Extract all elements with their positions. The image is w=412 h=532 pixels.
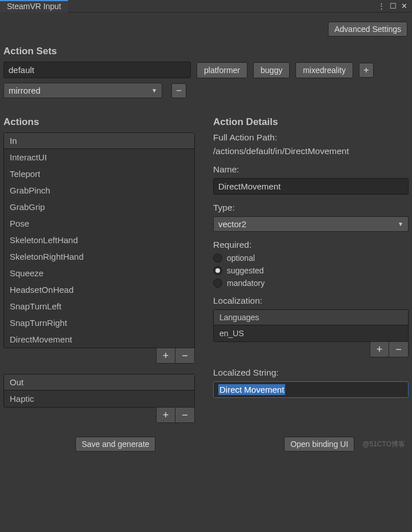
radio-icon [213, 253, 222, 263]
language-item[interactable]: en_US [214, 325, 408, 341]
remove-language-button[interactable]: − [389, 342, 408, 357]
action-list-item[interactable]: Teleport [4, 166, 194, 182]
actions-out-header: Out [4, 374, 194, 390]
action-list-item[interactable]: HeadsetOnHead [4, 281, 194, 298]
window-title: SteamVR Input [7, 2, 61, 11]
localized-string-value: Direct Movement [218, 384, 285, 395]
action-list-item[interactable]: SkeletonRightHand [4, 248, 194, 265]
actions-in-header: In [4, 133, 194, 149]
full-path-label: Full Action Path: [213, 132, 409, 143]
radio-icon [213, 266, 222, 275]
action-list-item[interactable]: SkeletonLeftHand [4, 232, 194, 248]
action-sets-heading: Action Sets [3, 46, 409, 57]
actionset-chip[interactable]: mixedreality [295, 62, 353, 78]
chevron-down-icon: ▼ [151, 87, 157, 94]
actions-in-list: In InteractUITeleportGrabPinchGrabGripPo… [3, 132, 195, 348]
action-list-item[interactable]: GrabGrip [4, 199, 194, 215]
action-list-item[interactable]: GrabPinch [4, 182, 194, 199]
type-dropdown[interactable]: vector2 ▼ [213, 216, 409, 232]
radio-label: optional [227, 253, 255, 263]
action-list-item[interactable]: InteractUI [4, 149, 194, 166]
action-list-item[interactable]: DirectMovement [4, 331, 194, 348]
chevron-down-icon: ▼ [398, 221, 403, 227]
required-radio-mandatory[interactable]: mandatory [213, 279, 409, 288]
add-language-button[interactable]: + [370, 342, 389, 357]
action-list-item[interactable]: Pose [4, 215, 194, 232]
save-generate-button[interactable]: Save and generate [75, 437, 155, 452]
type-label: Type: [213, 203, 409, 213]
actionset-chip[interactable]: buggy [253, 62, 290, 78]
window-tab[interactable]: SteamVR Input [0, 0, 68, 13]
remove-actionset-button[interactable]: − [171, 83, 186, 98]
action-list-item[interactable]: SnapTurnRight [4, 315, 194, 331]
actions-heading: Actions [3, 116, 195, 128]
localized-string-input[interactable]: Direct Movement [213, 381, 409, 398]
localized-string-label: Localized String: [213, 368, 409, 378]
name-input[interactable]: DirectMovement [213, 178, 409, 195]
action-list-item[interactable]: SnapTurnLeft [4, 298, 194, 315]
localization-header: Languages [214, 310, 408, 325]
type-value: vector2 [218, 219, 246, 229]
required-label: Required: [213, 240, 409, 250]
action-list-item[interactable]: Haptic [4, 390, 194, 407]
name-label: Name: [213, 164, 409, 175]
localization-label: Localization: [213, 296, 409, 306]
radio-label: suggested [227, 266, 264, 275]
add-in-action-button[interactable]: + [157, 348, 175, 363]
remove-out-action-button[interactable]: − [175, 408, 194, 422]
close-icon[interactable]: ✕ [401, 2, 407, 10]
actionset-current-field[interactable]: default [3, 62, 191, 78]
localization-list: Languages en_US [213, 309, 409, 342]
actions-out-list: Out Haptic [3, 374, 195, 408]
open-binding-button[interactable]: Open binding UI [284, 437, 354, 452]
menu-icon[interactable]: ⋮ [378, 2, 385, 10]
full-path-value: /actions/default/in/DirectMovement [213, 146, 409, 156]
radio-icon [213, 279, 222, 288]
action-list-item[interactable]: Squeeze [4, 265, 194, 281]
mirror-mode-value: mirrored [9, 86, 41, 95]
advanced-settings-button[interactable]: Advanced Settings [328, 22, 407, 37]
actionset-chip[interactable]: platformer [197, 62, 247, 78]
add-actionset-button[interactable]: + [359, 63, 374, 78]
maximize-icon[interactable]: ☐ [390, 2, 397, 10]
add-out-action-button[interactable]: + [157, 408, 175, 422]
watermark: @51CTO博客 [362, 440, 405, 449]
required-radio-suggested[interactable]: suggested [213, 266, 409, 275]
radio-label: mandatory [227, 279, 265, 288]
required-radio-optional[interactable]: optional [213, 253, 409, 263]
action-details-heading: Action Details [213, 116, 409, 128]
mirror-mode-dropdown[interactable]: mirrored ▼ [3, 83, 162, 98]
remove-in-action-button[interactable]: − [175, 348, 194, 363]
